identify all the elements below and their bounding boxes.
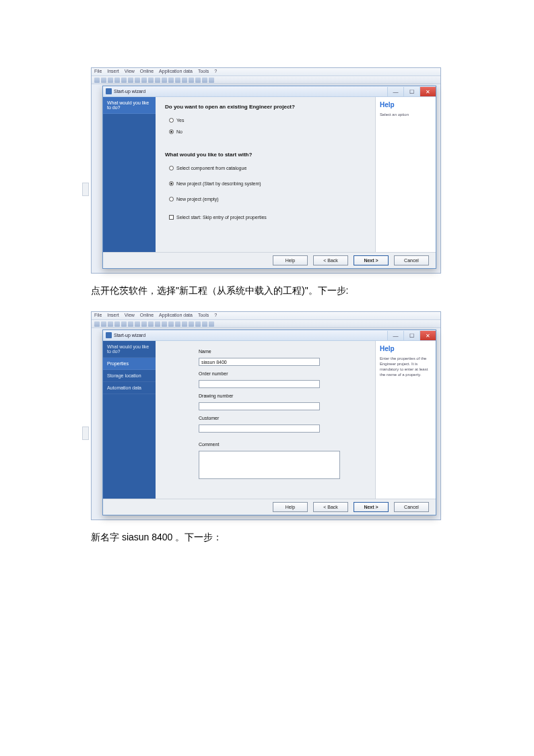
- sidebar-step-start[interactable]: What would you like to do?: [103, 341, 156, 358]
- question-start-with: What would you like to start with?: [165, 152, 366, 158]
- toolbar-icon[interactable]: [209, 321, 214, 327]
- toolbar-icon[interactable]: [155, 77, 160, 83]
- toolbar-icon[interactable]: [189, 321, 194, 327]
- question-open-existing: Do you want to open an existing Engineer…: [165, 104, 366, 110]
- menu-item[interactable]: File: [94, 313, 102, 319]
- menu-item[interactable]: View: [125, 313, 135, 319]
- radio-label: No: [176, 129, 182, 134]
- next-button[interactable]: Next >: [354, 502, 389, 512]
- sidebar-step-properties[interactable]: Properties: [103, 358, 156, 370]
- minimize-button[interactable]: —: [387, 87, 403, 96]
- toolbar-icon[interactable]: [148, 77, 154, 83]
- toolbar-icon[interactable]: [168, 321, 174, 327]
- toolbar-icon[interactable]: [195, 77, 201, 83]
- menu-item[interactable]: File: [94, 69, 102, 75]
- toolbar-icon[interactable]: [168, 77, 174, 83]
- drawing-label: Drawing number: [199, 393, 366, 398]
- radio-new-system[interactable]: New project (Start by describing system): [169, 181, 366, 186]
- toolbar-icon[interactable]: [182, 77, 187, 83]
- wizard-sidebar: What would you like to do?: [103, 97, 156, 252]
- close-button[interactable]: ✕: [420, 87, 436, 96]
- menu-item[interactable]: Tools: [198, 69, 209, 75]
- sidebar-step-automation[interactable]: Automation data: [103, 382, 156, 394]
- help-title: Help: [380, 345, 432, 352]
- menu-bar: File Insert View Online Application data…: [92, 312, 440, 320]
- dialog-titlebar: Start-up wizard — ☐ ✕: [103, 86, 436, 97]
- menu-item[interactable]: View: [125, 69, 135, 75]
- toolbar-icon[interactable]: [202, 77, 207, 83]
- menu-item[interactable]: ?: [214, 313, 217, 319]
- toolbar-icon[interactable]: [162, 321, 167, 327]
- toolbar-icon[interactable]: [101, 77, 106, 83]
- toolbar-icon[interactable]: [108, 321, 113, 327]
- toolbar-icon[interactable]: [148, 321, 154, 327]
- toolbar-icon[interactable]: [135, 77, 140, 83]
- toolbar-icon[interactable]: [121, 321, 127, 327]
- toolbar-icon[interactable]: [114, 77, 120, 83]
- help-pane: Help Select an option: [375, 97, 436, 252]
- minimize-button[interactable]: —: [387, 331, 403, 340]
- order-input[interactable]: [199, 380, 320, 388]
- radio-no[interactable]: No: [169, 129, 366, 134]
- cancel-button[interactable]: Cancel: [394, 502, 429, 512]
- toolbar-icon[interactable]: [175, 77, 180, 83]
- radio-label: Yes: [176, 118, 184, 123]
- menu-item[interactable]: Insert: [107, 313, 119, 319]
- ruler-fragment: [82, 183, 89, 196]
- toolbar-icon[interactable]: [162, 77, 167, 83]
- toolbar: [92, 76, 440, 84]
- toolbar-icon[interactable]: [128, 321, 133, 327]
- toolbar-icon[interactable]: [155, 321, 160, 327]
- toolbar-icon[interactable]: [175, 321, 180, 327]
- menu-item[interactable]: ?: [214, 69, 217, 75]
- toolbar-icon[interactable]: [202, 321, 207, 327]
- back-button[interactable]: < Back: [313, 255, 348, 265]
- customer-input[interactable]: [199, 424, 320, 433]
- toolbar-icon[interactable]: [141, 77, 147, 83]
- drawing-input[interactable]: [199, 402, 320, 410]
- menu-item[interactable]: Application data: [159, 69, 193, 75]
- close-button[interactable]: ✕: [420, 331, 436, 340]
- menu-item[interactable]: Tools: [198, 313, 209, 319]
- window-buttons: — ☐ ✕: [387, 86, 436, 96]
- maximize-button[interactable]: ☐: [403, 331, 420, 340]
- radio-icon: [169, 166, 174, 170]
- toolbar-icon[interactable]: [141, 321, 147, 327]
- toolbar-icon[interactable]: [195, 321, 201, 327]
- back-button[interactable]: < Back: [313, 502, 348, 512]
- help-button[interactable]: Help: [273, 502, 308, 512]
- toolbar-icon[interactable]: [108, 77, 113, 83]
- toolbar-icon[interactable]: [94, 77, 100, 83]
- help-pane: Help Enter the properties of the Enginee…: [375, 341, 436, 499]
- menu-item[interactable]: Online: [140, 69, 154, 75]
- sidebar-step-storage[interactable]: Storage location: [103, 370, 156, 382]
- name-input[interactable]: [199, 358, 320, 366]
- app-window-2: File Insert View Online Application data…: [91, 311, 441, 520]
- toolbar-icon[interactable]: [94, 321, 100, 327]
- toolbar-icon[interactable]: [209, 77, 214, 83]
- help-button[interactable]: Help: [273, 255, 308, 265]
- sidebar-step-start[interactable]: What would you like to do?: [103, 97, 156, 114]
- comment-textarea[interactable]: [199, 451, 340, 479]
- toolbar-icon[interactable]: [189, 77, 194, 83]
- radio-icon: [169, 181, 174, 186]
- menu-item[interactable]: Online: [140, 313, 154, 319]
- radio-new-empty[interactable]: New project (empty): [169, 197, 366, 201]
- radio-catalogue[interactable]: Select component from catalogue: [169, 166, 366, 170]
- next-button[interactable]: Next >: [354, 255, 389, 265]
- cancel-button[interactable]: Cancel: [394, 255, 429, 265]
- toolbar-icon[interactable]: [182, 321, 187, 327]
- radio-yes[interactable]: Yes: [169, 118, 366, 123]
- menu-bar: File Insert View Online Application data…: [92, 68, 440, 76]
- menu-item[interactable]: Insert: [107, 69, 119, 75]
- maximize-button[interactable]: ☐: [403, 87, 420, 96]
- menu-item[interactable]: Application data: [159, 313, 193, 319]
- wizard-button-row: Help < Back Next > Cancel: [103, 499, 436, 515]
- toolbar-icon[interactable]: [128, 77, 133, 83]
- wizard-sidebar: What would you like to do? Properties St…: [103, 341, 156, 499]
- toolbar-icon[interactable]: [101, 321, 106, 327]
- checkbox-quickstart[interactable]: Select start: Skip entry of project prop…: [169, 215, 366, 220]
- toolbar-icon[interactable]: [135, 321, 140, 327]
- toolbar-icon[interactable]: [114, 321, 120, 327]
- toolbar-icon[interactable]: [121, 77, 127, 83]
